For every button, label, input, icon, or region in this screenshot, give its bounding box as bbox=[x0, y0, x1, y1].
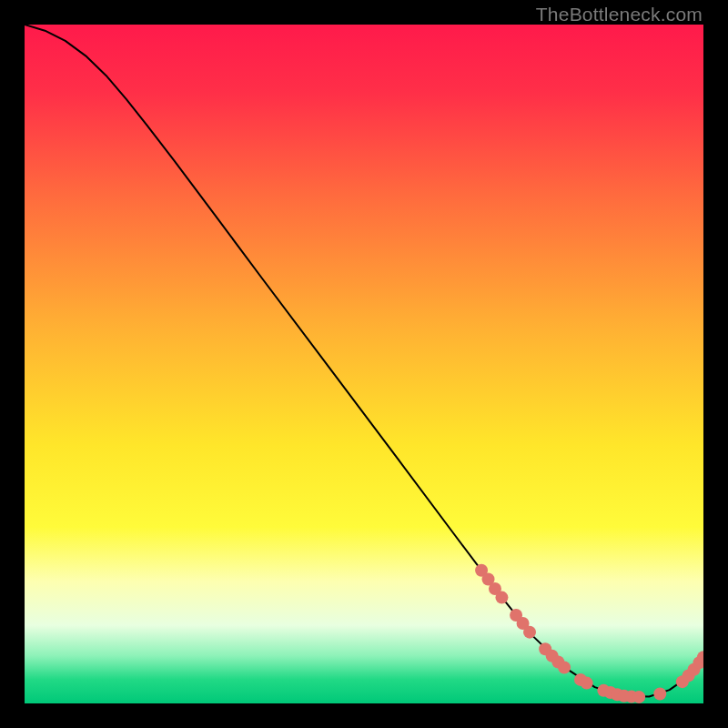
bottleneck-curve-chart bbox=[25, 25, 703, 703]
data-marker bbox=[632, 691, 645, 703]
data-marker bbox=[523, 626, 536, 639]
data-marker bbox=[495, 592, 508, 604]
data-marker bbox=[558, 661, 571, 673]
gradient-background bbox=[25, 25, 703, 703]
data-marker bbox=[653, 688, 666, 701]
watermark-text: TheBottleneck.com bbox=[536, 4, 703, 25]
chart-stage: TheBottleneck.com bbox=[0, 0, 728, 728]
data-marker bbox=[581, 677, 593, 690]
